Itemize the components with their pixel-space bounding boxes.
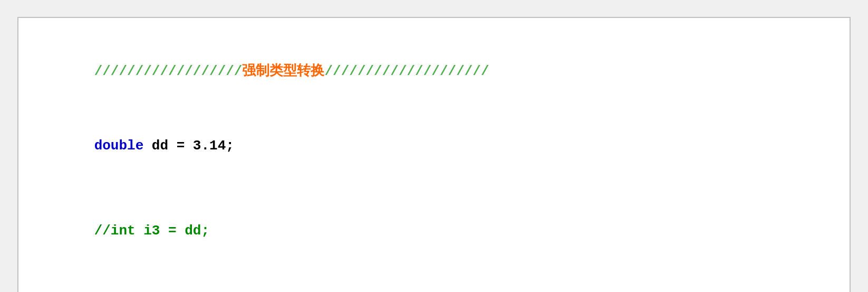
code-line-2: //int i3 = dd; <box>45 198 823 264</box>
watermark-suffix-slashes: //////////////////// <box>324 63 489 79</box>
code-text-1: dd = 3.14; <box>143 138 234 154</box>
code-box: //////////////////强制类型转换////////////////… <box>17 17 851 293</box>
empty-line-1 <box>45 183 823 194</box>
watermark-line: //////////////////强制类型转换////////////////… <box>45 38 823 105</box>
empty-line-2 <box>45 268 823 279</box>
kw-double: double <box>94 138 144 154</box>
code-line-1: double dd = 3.14; <box>45 113 823 179</box>
watermark-title: 强制类型转换 <box>242 62 324 78</box>
watermark-prefix-slashes: ////////////////// <box>94 63 243 79</box>
code-line-3: int i3 = (int(dd); <box>45 283 823 292</box>
code-comment: //int i3 = dd; <box>94 223 209 239</box>
page-wrapper: //////////////////强制类型转换////////////////… <box>17 17 851 276</box>
